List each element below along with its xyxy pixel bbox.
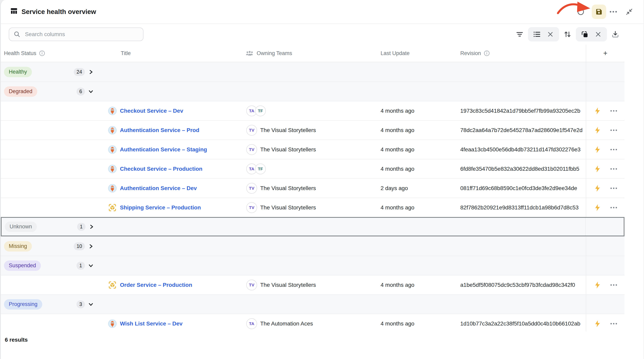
download-icon <box>611 30 619 38</box>
chevron-right-icon[interactable] <box>88 69 94 75</box>
status-badge: Unknown <box>5 222 37 232</box>
row-menu-button[interactable] <box>610 149 617 151</box>
lightning-action-button[interactable] <box>594 185 600 192</box>
filter-button[interactable] <box>515 30 524 39</box>
team-avatar[interactable]: TA <box>246 318 257 329</box>
chevron-down-icon[interactable] <box>88 263 94 268</box>
download-button[interactable] <box>610 30 620 39</box>
team-avatar[interactable]: TV <box>246 280 257 290</box>
group-row[interactable]: Degraded 6 <box>1 82 624 101</box>
clear-group-button[interactable] <box>594 30 603 39</box>
last-update-cell: 4 months ago <box>380 127 459 133</box>
lightning-action-button[interactable] <box>594 281 600 289</box>
info-icon <box>484 50 490 56</box>
status-badge: Healthy <box>4 67 32 77</box>
lightning-action-button[interactable] <box>594 146 600 153</box>
team-avatar[interactable]: TV <box>246 183 257 194</box>
results-count: 6 results <box>1 331 644 343</box>
lightning-action-button[interactable] <box>594 107 600 115</box>
lightning-action-button[interactable] <box>594 320 600 327</box>
row-menu-button[interactable] <box>610 187 617 189</box>
table-row[interactable]: Wish List Service – Dev TA The Automatio… <box>1 314 624 331</box>
column-header-health-status[interactable]: Health Status <box>1 50 102 57</box>
table-row[interactable]: Authentication Service – Dev TV The Visu… <box>1 178 624 198</box>
team-avatar[interactable]: TV <box>246 202 257 213</box>
service-title-link[interactable]: Wish List Service – Dev <box>120 320 182 327</box>
team-avatar[interactable]: TV <box>246 125 257 136</box>
row-menu-button[interactable] <box>610 168 617 170</box>
table-row[interactable]: Order Service – Production TV The Visual… <box>1 275 624 294</box>
close-icon <box>595 31 601 38</box>
clear-view-button[interactable] <box>546 30 555 39</box>
team-name: The Visual Storytellers <box>260 185 316 191</box>
last-update-cell: 4 months ago <box>380 320 459 327</box>
service-title-link[interactable]: Shipping Service – Production <box>120 204 201 211</box>
search-columns-box[interactable] <box>9 28 144 41</box>
team-avatars: TV <box>246 202 257 213</box>
table-row[interactable]: Authentication Service – Prod TV The Vis… <box>1 120 624 140</box>
group-row[interactable]: Suspended 1 <box>1 256 624 275</box>
service-title-link[interactable]: Checkout Service – Dev <box>120 108 183 114</box>
save-button[interactable] <box>592 5 606 19</box>
status-badge: Suspended <box>4 260 41 271</box>
chevron-down-icon[interactable] <box>88 89 94 94</box>
service-icon <box>108 165 117 173</box>
sort-button[interactable] <box>563 30 572 39</box>
more-options-button[interactable] <box>608 7 618 17</box>
revision-cell: 1d10b77c3a2a22c38f5f10a5dd0c4b10b66102ab <box>459 320 586 327</box>
table-header-row: Health Status Title Owning Teams Last Up… <box>1 45 624 62</box>
search-columns-input[interactable] <box>24 31 138 38</box>
service-icon <box>108 107 117 115</box>
team-avatars: TV <box>246 280 257 290</box>
row-menu-button[interactable] <box>610 207 617 209</box>
table-row[interactable]: Shipping Service – Production TV The Vis… <box>1 198 624 217</box>
revision-cell: 4feaa13cb4500e56db4db73211d147fd302276e3 <box>459 146 586 153</box>
column-header-title[interactable]: Title <box>102 50 244 57</box>
team-avatar[interactable]: TV <box>246 144 257 155</box>
last-update-cell: 4 months ago <box>380 204 459 211</box>
column-header-last-update[interactable]: Last Update <box>380 50 459 57</box>
search-icon <box>14 31 20 38</box>
row-menu-button[interactable] <box>610 129 617 131</box>
row-menu-button[interactable] <box>610 323 617 325</box>
list-view-button[interactable] <box>532 30 542 39</box>
service-title-link[interactable]: Authentication Service – Staging <box>120 146 207 153</box>
row-menu-button[interactable] <box>610 284 617 286</box>
group-row[interactable]: Missing 10 <box>1 236 624 256</box>
last-update-cell: 4 months ago <box>380 166 459 172</box>
chevron-right-icon[interactable] <box>89 224 94 230</box>
service-title-link[interactable]: Authentication Service – Dev <box>120 185 197 191</box>
lightning-action-button[interactable] <box>594 165 600 173</box>
more-options-icon <box>609 11 617 13</box>
team-avatar[interactable]: TF <box>255 164 266 174</box>
group-row[interactable]: Unknown 1 <box>1 217 624 236</box>
service-title-link[interactable]: Authentication Service – Prod <box>120 127 199 133</box>
lightning-action-button[interactable] <box>594 204 600 211</box>
group-by-button[interactable] <box>580 30 590 39</box>
team-avatar[interactable]: TF <box>255 106 266 116</box>
collapse-button[interactable] <box>624 7 634 17</box>
table-widget-icon <box>10 7 18 16</box>
column-header-revision[interactable]: Revision <box>459 50 586 57</box>
row-menu-button[interactable] <box>610 110 617 112</box>
add-column-button[interactable]: + <box>586 45 624 62</box>
column-header-owning-teams[interactable]: Owning Teams <box>244 50 380 57</box>
group-row[interactable]: Healthy 24 <box>1 62 624 82</box>
info-icon <box>39 50 45 56</box>
undo-button[interactable] <box>576 7 586 17</box>
lightning-action-button[interactable] <box>594 127 600 134</box>
table-row[interactable]: Authentication Service – Staging TV The … <box>1 140 624 159</box>
page-title: Service health overview <box>22 8 96 16</box>
chevron-right-icon[interactable] <box>88 243 94 249</box>
service-title-link[interactable]: Checkout Service – Production <box>120 166 202 172</box>
revision-cell: 081ff71d69c68b8590c1e0fcd3de3fe2d9ee34de <box>459 185 586 191</box>
chevron-down-icon[interactable] <box>88 301 94 307</box>
revision-cell: 82f7862b20921e9d8313ff11dcb1a98b6d7d8c53 <box>459 204 586 211</box>
undo-icon <box>576 8 585 16</box>
view-toggle-pill <box>528 27 559 42</box>
service-title-link[interactable]: Order Service – Production <box>120 282 192 288</box>
table-row[interactable]: Checkout Service – Production TATF 4 mon… <box>1 159 624 178</box>
table-row[interactable]: Checkout Service – Dev TATF 4 months ago… <box>1 101 624 120</box>
service-health-widget: Service health overview <box>0 0 644 359</box>
group-row[interactable]: Progressing 3 <box>1 294 624 314</box>
